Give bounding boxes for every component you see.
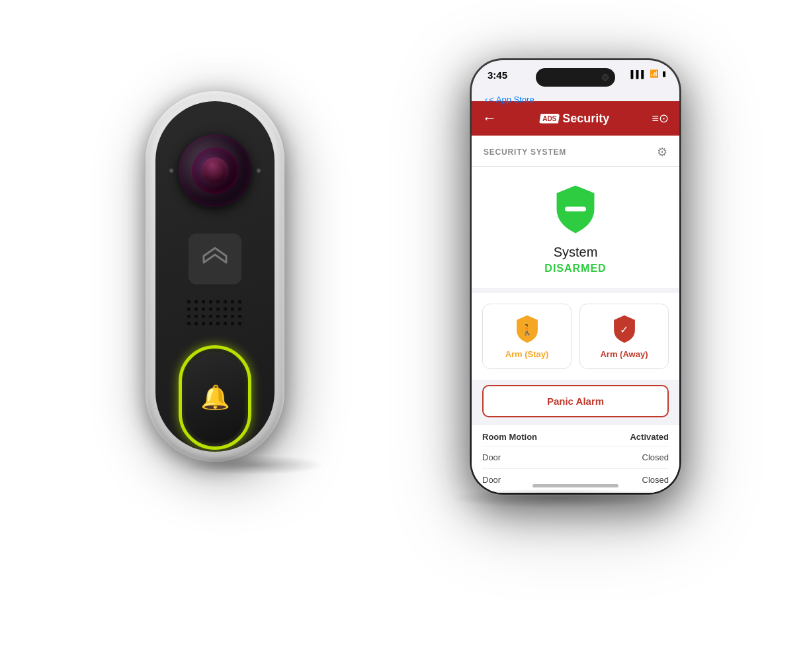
sensor-list: Room Motion Activated Door Closed Door C… [472, 425, 679, 493]
arm-stay-label: Arm (Stay) [505, 349, 549, 359]
bell-button[interactable]: 🔔 [175, 343, 255, 452]
doorbell-shadow [185, 455, 324, 475]
system-status-card: System DISARMED [472, 167, 679, 293]
chevron-logo-icon [198, 243, 232, 276]
sensor-name: Door [482, 475, 501, 485]
status-time: 3:45 [488, 69, 507, 81]
sensor-row: Door Closed [482, 446, 669, 469]
doorbell-device: 🔔 [146, 91, 284, 462]
ads-badge: ADS [539, 114, 560, 124]
gear-icon[interactable]: ⚙ [657, 145, 667, 159]
svg-rect-1 [565, 206, 586, 211]
bell-ring-indicator [179, 345, 251, 450]
phone-shadow [450, 488, 661, 508]
app-content: SECURITY SYSTEM ⚙ System DISARMED [472, 136, 679, 493]
app-store-back-link[interactable]: ‹ < App Store [485, 95, 534, 105]
nav-bar: ← ADS Security ≡⊙ [472, 101, 679, 136]
camera-lens-outer [179, 134, 251, 207]
phone-notch [536, 68, 615, 87]
arm-away-shield-icon: ✓ [609, 314, 640, 344]
panic-alarm-button[interactable]: Panic Alarm [482, 385, 669, 417]
signal-icon: ▌▌▌ [631, 70, 646, 78]
back-arrow-icon: ‹ [485, 95, 488, 105]
sensor-list-header: Room Motion Activated [482, 425, 669, 446]
doorbell-outer-body: 🔔 [146, 91, 284, 462]
section-header: SECURITY SYSTEM ⚙ [472, 136, 679, 167]
battery-icon: ▮ [662, 69, 666, 78]
phone-device: 3:45 ▌▌▌ 📶 ▮ ‹ < App Store ← ADS [470, 58, 681, 495]
sensor-status: Closed [642, 475, 669, 485]
shield-disarmed-icon [549, 183, 602, 235]
led-dot-left [169, 169, 173, 173]
arm-stay-shield-icon: 🚶 [512, 314, 542, 344]
disarmed-status: DISARMED [544, 263, 606, 274]
status-column-header: Activated [630, 432, 669, 442]
camera-lens-inner [202, 157, 228, 184]
arm-stay-button[interactable]: 🚶 Arm (Stay) [482, 304, 572, 369]
doorbell-inner-body: 🔔 [155, 101, 275, 452]
phone-frame: 3:45 ▌▌▌ 📶 ▮ ‹ < App Store ← ADS [470, 58, 681, 495]
arm-away-button[interactable]: ✓ Arm (Away) [579, 304, 669, 369]
camera-lens-area [179, 134, 251, 207]
nav-back-button[interactable]: ← [482, 110, 497, 127]
security-text: Security [562, 112, 609, 126]
svg-marker-0 [204, 248, 226, 263]
main-scene: 🔔 3:45 ▌▌▌ 📶 ▮ [106, 38, 701, 634]
doorbell-logo-area [189, 233, 241, 284]
led-dot-right [257, 169, 261, 173]
nav-menu-icon[interactable]: ≡⊙ [652, 111, 669, 126]
arm-away-label: Arm (Away) [600, 349, 648, 359]
speaker-grille [187, 300, 243, 327]
status-icons: ▌▌▌ 📶 ▮ [631, 69, 666, 78]
front-camera [602, 74, 609, 81]
sensor-status: Closed [642, 452, 669, 462]
svg-text:✓: ✓ [620, 324, 628, 335]
system-label: System [554, 245, 598, 260]
phone-screen: 3:45 ▌▌▌ 📶 ▮ ‹ < App Store ← ADS [472, 60, 679, 493]
sensor-name: Door [482, 452, 501, 462]
room-column-header: Room Motion [482, 432, 537, 442]
ads-security-logo: ADS Security [539, 112, 609, 126]
wifi-icon: 📶 [650, 69, 659, 78]
section-title: SECURITY SYSTEM [484, 147, 566, 157]
svg-text:🚶: 🚶 [521, 323, 534, 336]
arm-buttons-row: 🚶 Arm (Stay) ✓ Arm (Away) [472, 293, 679, 385]
camera-lens-mid [192, 147, 238, 194]
home-indicator [532, 484, 618, 487]
app-store-label: < App Store [489, 95, 534, 105]
